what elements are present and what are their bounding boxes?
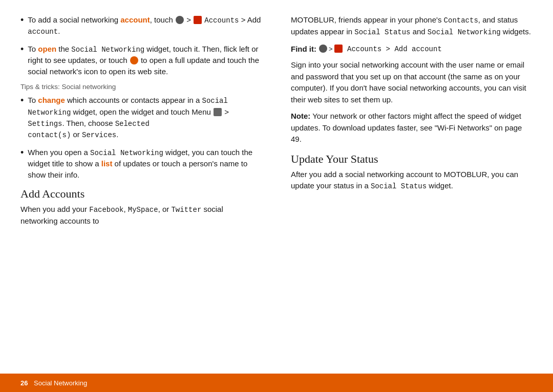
myspace-mono: MySpace [128,206,158,214]
bold-list: list [101,159,113,168]
contacts-mono: Contacts [444,16,478,25]
find-home-icon [319,45,327,53]
find-it-label: Find it: [291,43,316,55]
bold-open: open [38,45,56,53]
content-area: To add a social networking account, touc… [0,0,553,374]
list-item: To add a social networking account, touc… [20,14,262,37]
bullet4-content: When you open a Social Networking widget… [28,147,262,181]
update-status-heading: Update Your Status [291,153,533,166]
page-number: 26 [20,379,28,387]
accounts-label: Accounts [204,16,239,25]
bullet3-content: To change which accounts or contacts app… [28,95,262,140]
social-status-mono: Social Status [354,28,410,36]
footer-section: Social Networking [34,379,87,387]
update-body: After you add a social networking accoun… [291,169,533,192]
list-item-3: To change which accounts or contacts app… [20,95,262,140]
services-mono: Services [82,131,116,139]
footer-bar: 26 Social Networking [0,374,553,392]
menu-icon [214,108,222,116]
twitter-mono: Twitter [171,206,201,214]
list-item-4: When you open a Social Networking widget… [20,147,262,181]
footer-content: 26 Social Networking [20,379,87,387]
social-networking-mono4: Social Networking [428,28,501,36]
left-column: To add a social networking account, touc… [20,14,267,363]
bullet-list: To add a social networking account, touc… [20,14,262,77]
find-accounts-text: Accounts > Add account [343,43,442,55]
back-icon [130,56,138,64]
bullet1-content: To add a social networking account, touc… [28,14,262,37]
note-paragraph: Note: Your network or other factors migh… [291,111,533,145]
bullet-list-2: To change which accounts or contacts app… [20,95,262,180]
home-icon [176,16,184,24]
bold-account: account [120,15,150,24]
tips-heading: Tips & tricks: Social networking [20,83,262,91]
bullet2-content: To open the Social Networking widget, to… [28,43,262,77]
find-accounts-icon [334,45,343,53]
social-networking-mono: Social Networking [71,46,144,54]
add-accounts-body: When you add your Facebook, MySpace, or … [20,204,262,227]
find-it-line: Find it: > Accounts > Add account [291,43,533,55]
accounts-icon [194,16,202,24]
page-container: To add a social networking account, touc… [0,0,553,392]
add-accounts-heading: Add Accounts [20,187,262,201]
add-account-label: account [28,28,58,36]
settings-mono: Settings [28,120,62,128]
social-networking-mono3: Social Networking [90,149,163,157]
bold-change: change [38,96,65,104]
signin-body: Sign into your social networking account… [291,59,533,105]
facebook-mono: Facebook [89,206,123,214]
intro-text: MOTOBLUR, friends appear in your phone's… [291,14,533,38]
right-column: MOTOBLUR, friends appear in your phone's… [286,14,533,363]
list-item-2: To open the Social Networking widget, to… [20,43,262,77]
social-status-mono2: Social Status [371,182,427,190]
note-label: Note: [291,112,310,120]
